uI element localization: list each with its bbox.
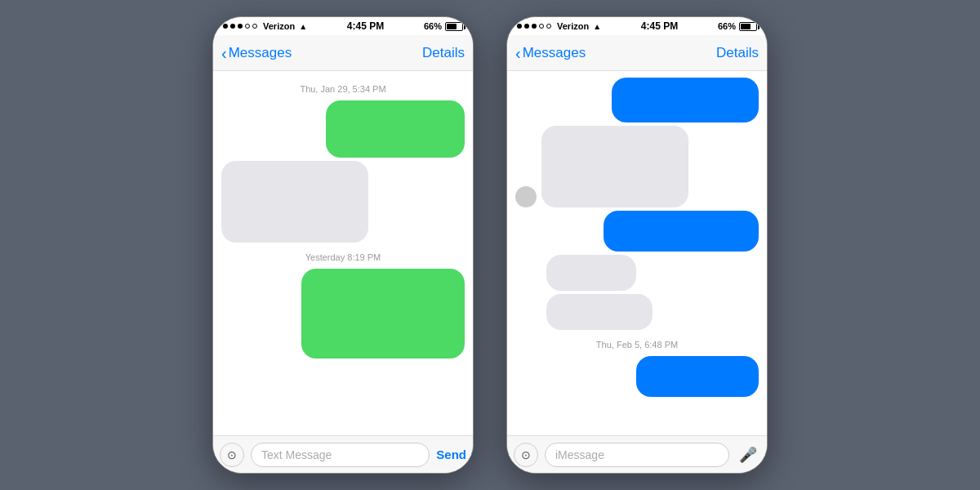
timestamp-2: Yesterday 8:19 PM (221, 252, 465, 262)
battery-icon (445, 22, 463, 31)
message-bubble-row (221, 161, 465, 243)
message-bubble-row (515, 78, 759, 122)
timestamp-1: Thu, Jan 29, 5:34 PM (221, 84, 465, 94)
camera-button[interactable]: ⊙ (220, 443, 244, 467)
phone-2: Verizon ▲ 4:45 PM 66% ‹ Messages Details (506, 16, 768, 474)
input-bar-1: ⊙ Text Message Send (213, 435, 473, 473)
battery-icon-2 (739, 22, 757, 31)
signal-dot (230, 24, 235, 29)
received-bubble-small2[interactable] (546, 294, 653, 330)
message-bubble-row (515, 255, 759, 291)
received-bubble-gray[interactable] (541, 126, 688, 207)
details-button-2[interactable]: Details (716, 45, 759, 61)
imessage-input[interactable]: iMessage (545, 443, 729, 467)
signal-dot (238, 24, 243, 29)
messages-area-1: Thu, Jan 29, 5:34 PM Yesterday 8:19 PM (213, 71, 473, 435)
battery-percent-2: 66% (718, 21, 736, 31)
signal-dot (524, 24, 529, 29)
signal-dot (223, 24, 228, 29)
battery-fill-2 (741, 24, 751, 29)
mic-button[interactable]: 🎤 (736, 443, 760, 467)
signal-dot-empty (245, 24, 250, 29)
nav-bar-1: ‹ Messages Details (213, 35, 473, 71)
carrier-label-2: Verizon (557, 21, 589, 31)
messages-area-2: Thu, Feb 5, 6:48 PM (507, 71, 767, 435)
details-button-1[interactable]: Details (422, 45, 465, 61)
battery-percent: 66% (424, 21, 442, 31)
signal-dot-empty (252, 24, 257, 29)
message-bubble-row (515, 126, 759, 207)
received-bubble-small[interactable] (546, 255, 636, 291)
camera-button-2[interactable]: ⊙ (514, 443, 538, 467)
back-button-2[interactable]: ‹ Messages (515, 45, 586, 61)
sent-bubble[interactable] (326, 100, 465, 158)
signal-dot (532, 24, 537, 29)
sent-bubble-blue-top[interactable] (612, 78, 759, 122)
status-left-2: Verizon ▲ (517, 21, 601, 31)
chevron-icon: ‹ (221, 45, 227, 61)
nav-bar-2: ‹ Messages Details (507, 35, 767, 71)
status-right-2: 66% (718, 21, 757, 31)
chevron-icon-2: ‹ (515, 45, 521, 61)
sent-bubble-blue-mid[interactable] (604, 211, 759, 252)
timestamp-3: Thu, Feb 5, 6:48 PM (515, 340, 759, 350)
imessage-placeholder: iMessage (555, 448, 604, 461)
input-bar-2: ⊙ iMessage 🎤 (507, 435, 767, 473)
status-bar-2: Verizon ▲ 4:45 PM 66% (507, 17, 767, 35)
message-bubble-row (515, 211, 759, 252)
back-button-1[interactable]: ‹ Messages (221, 45, 292, 61)
time-label: 4:45 PM (347, 20, 384, 32)
text-message-input[interactable]: Text Message (251, 443, 430, 467)
sent-bubble-blue-bottom[interactable] (636, 356, 759, 397)
time-label-2: 4:45 PM (641, 20, 678, 32)
wifi-icon: ▲ (299, 22, 307, 31)
phone-1: Verizon ▲ 4:45 PM 66% ‹ Messages Details… (212, 16, 474, 474)
back-label-1: Messages (229, 45, 292, 61)
received-bubble[interactable] (221, 161, 368, 243)
status-left-1: Verizon ▲ (223, 21, 307, 31)
sent-bubble-large[interactable] (301, 269, 465, 359)
signal-dot (517, 24, 522, 29)
wifi-icon-2: ▲ (593, 22, 601, 31)
message-bubble-row (221, 100, 465, 158)
status-bar-1: Verizon ▲ 4:45 PM 66% (213, 17, 473, 35)
signal-dot-empty (539, 24, 544, 29)
carrier-label: Verizon (263, 21, 295, 31)
message-bubble-row (515, 294, 759, 330)
message-bubble-row (221, 269, 465, 359)
status-right: 66% (424, 21, 463, 31)
signal-dot-empty (546, 24, 551, 29)
text-input-placeholder: Text Message (261, 448, 332, 461)
avatar (515, 186, 537, 207)
send-button[interactable]: Send (436, 448, 466, 461)
back-label-2: Messages (523, 45, 586, 61)
battery-fill (447, 24, 457, 29)
message-bubble-row (515, 356, 759, 397)
